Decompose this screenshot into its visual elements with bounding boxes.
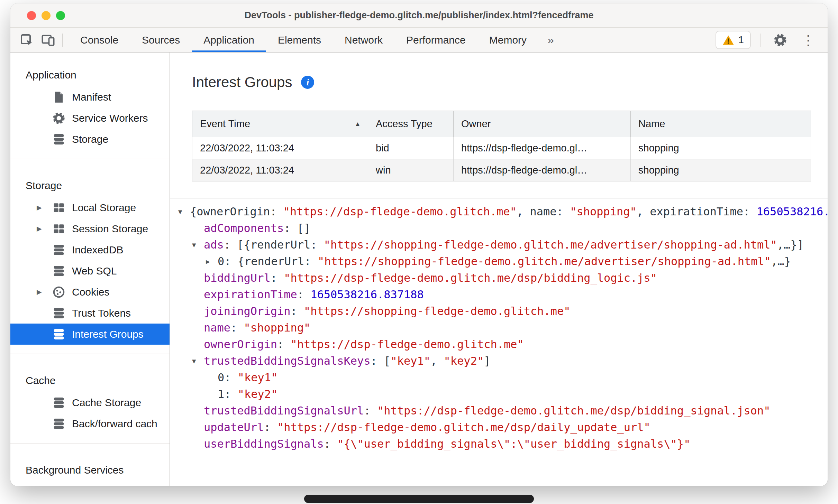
tree-row[interactable]: joiningOrigin: "https://shopping-fledge-…	[170, 303, 828, 319]
json-punctuation: :	[324, 437, 337, 450]
tree-row[interactable]: name: "shopping"	[170, 319, 828, 336]
sidebar-item-service-workers[interactable]: Service Workers	[10, 108, 170, 129]
close-button[interactable]	[27, 11, 36, 20]
sidebar-item-web-sql[interactable]: Web SQL	[10, 260, 170, 281]
tab-application[interactable]: Application	[192, 28, 266, 52]
sidebar-item-interest-groups[interactable]: Interest Groups	[10, 324, 170, 345]
minimize-button[interactable]	[42, 11, 51, 20]
sidebar-divider	[10, 159, 170, 159]
tab-console[interactable]: Console	[69, 28, 130, 52]
tree-row[interactable]: ▼{ownerOrigin: "https://dsp-fledge-demo.…	[170, 203, 828, 220]
json-string: "https://shopping-fledge-demo.glitch.me"	[304, 305, 571, 318]
expand-arrow-icon[interactable]: ▶	[37, 288, 52, 296]
cookie-icon	[52, 285, 66, 299]
cell-access-type[interactable]: bid	[368, 137, 454, 159]
cell-access-type[interactable]: win	[368, 159, 454, 181]
sidebar-item-label: IndexedDB	[72, 244, 123, 256]
json-string: "https://dsp-fledge-demo.glitch.me/dsp/d…	[277, 421, 650, 434]
disclosure-triangle-icon[interactable]: ▼	[178, 208, 190, 215]
sidebar-item-storage[interactable]: Storage	[10, 129, 170, 150]
zoom-button[interactable]	[56, 11, 65, 20]
tree-row[interactable]: expirationTime: 1650538216.837188	[170, 286, 828, 303]
json-punctuation: :	[297, 288, 311, 301]
tab-network[interactable]: Network	[333, 28, 394, 52]
tree-row[interactable]: 0: "key1"	[170, 369, 828, 386]
cell-event-time[interactable]: 22/03/2022, 11:03:24	[192, 159, 368, 181]
tree-row[interactable]: adComponents: []	[170, 220, 828, 236]
toolbar-right: 1 ⋮	[716, 28, 822, 52]
tree-row[interactable]: biddingUrl: "https://dsp-fledge-demo.gli…	[170, 270, 828, 286]
json-punctuation: ]	[484, 354, 490, 367]
sidebar-item-cookies[interactable]: ▶ Cookies	[10, 281, 170, 302]
column-header-owner[interactable]: Owner	[454, 111, 631, 137]
table-row[interactable]: 22/03/2022, 11:03:24 win https://dsp-fle…	[192, 159, 811, 181]
column-header-name[interactable]: Name	[631, 111, 811, 137]
tree-row[interactable]: ▼ads: [{renderUrl: "https://shopping-fle…	[170, 236, 828, 253]
json-string: "key2"	[238, 388, 278, 401]
database-stack-icon	[52, 306, 66, 320]
window-title: DevTools - publisher-fledge-demo.glitch.…	[244, 10, 593, 21]
sidebar-item-cache-storage[interactable]: Cache Storage	[10, 392, 170, 413]
info-icon[interactable]: i	[301, 76, 314, 89]
cell-name[interactable]: shopping	[631, 159, 811, 181]
tab-sources[interactable]: Sources	[130, 28, 192, 52]
more-tabs-button[interactable]: »	[538, 28, 563, 52]
sidebar-item-local-storage[interactable]: ▶ Local Storage	[10, 197, 170, 218]
sidebar-item-label: Local Storage	[72, 202, 136, 214]
device-toolbar-icon	[41, 33, 55, 47]
sidebar-item-label: Cache Storage	[72, 397, 141, 409]
sidebar-item-background-fetch[interactable]: Background Fetch	[10, 482, 170, 486]
tree-row[interactable]: 1: "key2"	[170, 386, 828, 402]
warning-count: 1	[738, 34, 744, 46]
sidebar-divider	[10, 354, 170, 354]
panel-tabs: Console Sources Application Elements Net…	[69, 28, 538, 52]
tree-row[interactable]: ▶0: {renderUrl: "https://shopping-fledge…	[170, 253, 828, 270]
disclosure-triangle-icon[interactable]: ▼	[192, 241, 204, 249]
cell-event-time[interactable]: 22/03/2022, 11:03:24	[192, 137, 368, 159]
devtools-toolbar: Console Sources Application Elements Net…	[10, 28, 828, 53]
tree-row[interactable]: userBiddingSignals: "{\"user_bidding_sig…	[170, 436, 828, 452]
tree-row[interactable]: ownerOrigin: "https://dsp-fledge-demo.gl…	[170, 336, 828, 353]
overflow-menu-button[interactable]: ⋮	[796, 32, 820, 48]
sidebar-item-session-storage[interactable]: ▶ Session Storage	[10, 218, 170, 239]
json-punctuation: :	[264, 421, 277, 434]
sidebar-item-back-forward-cache[interactable]: Back/forward cach	[10, 413, 170, 434]
sidebar-item-indexeddb[interactable]: IndexedDB	[10, 239, 170, 260]
sort-ascending-icon: ▲	[354, 120, 361, 128]
tree-row[interactable]: trustedBiddingSignalsUrl: "https://dsp-f…	[170, 402, 828, 419]
tree-row[interactable]: updateUrl: "https://dsp-fledge-demo.glit…	[170, 419, 828, 436]
table-header-row: Event Time ▲ Access Type Owner Name	[192, 111, 811, 137]
tab-elements[interactable]: Elements	[266, 28, 333, 52]
sidebar-item-trust-tokens[interactable]: Trust Tokens	[10, 302, 170, 324]
expand-arrow-icon[interactable]: ▶	[37, 204, 52, 212]
cell-owner[interactable]: https://dsp-fledge-demo.gl…	[454, 159, 631, 181]
sidebar-item-manifest[interactable]: Manifest	[10, 86, 170, 108]
json-key: adComponents	[204, 222, 284, 235]
tab-memory[interactable]: Memory	[477, 28, 538, 52]
database-stack-icon	[52, 243, 66, 257]
toolbar-separator	[760, 34, 760, 47]
sidebar-item-label: Cookies	[72, 286, 109, 298]
settings-button[interactable]	[769, 33, 791, 47]
json-key: ads	[204, 238, 224, 251]
json-string: "key2"	[444, 354, 484, 367]
cell-name[interactable]: shopping	[631, 137, 811, 159]
database-stack-icon	[52, 132, 66, 146]
inspect-element-button[interactable]	[16, 28, 37, 52]
disclosure-triangle-icon[interactable]: ▼	[192, 357, 204, 365]
expand-arrow-icon[interactable]: ▶	[37, 225, 52, 233]
column-header-access-type[interactable]: Access Type	[368, 111, 454, 137]
json-punctuation: ownerOrigin	[197, 205, 270, 218]
tab-performance[interactable]: Performance	[394, 28, 477, 52]
database-stack-icon	[52, 396, 66, 410]
cell-owner[interactable]: https://dsp-fledge-demo.gl…	[454, 137, 631, 159]
disclosure-triangle-icon[interactable]: ▶	[206, 258, 218, 265]
column-header-event-time[interactable]: Event Time ▲	[192, 111, 368, 137]
warnings-counter-button[interactable]: 1	[716, 31, 751, 49]
tree-row[interactable]: ▼trustedBiddingSignalsKeys: ["key1", "ke…	[170, 353, 828, 369]
json-punctuation: renderUrl	[251, 238, 310, 251]
table-row[interactable]: 22/03/2022, 11:03:24 bid https://dsp-fle…	[192, 137, 811, 159]
toolbar-separator	[62, 34, 63, 47]
device-toolbar-button[interactable]	[37, 28, 59, 52]
json-punctuation: 0	[218, 371, 224, 384]
